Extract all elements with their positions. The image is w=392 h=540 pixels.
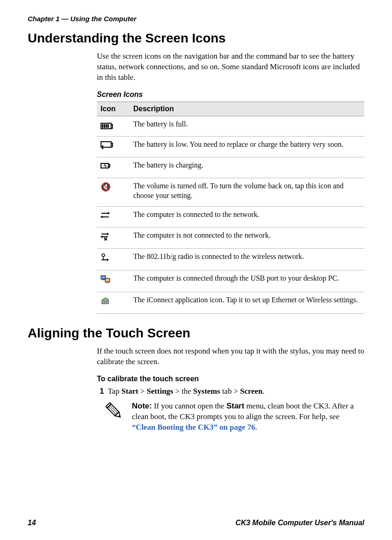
screen-icons-table: Icon Description The battery is full. Th… — [97, 102, 364, 314]
page-number: 14 — [28, 519, 36, 527]
iconnect-icon — [97, 292, 130, 313]
step-1: 1 Tap Start > Settings > the Systems tab… — [100, 386, 364, 397]
table-row: 🔇 The volume is turned off. To turn the … — [97, 178, 364, 207]
svg-marker-25 — [115, 412, 122, 420]
battery-full-icon — [97, 116, 130, 136]
battery-charging-icon — [97, 157, 130, 178]
table-row: The computer is not connected to the net… — [97, 227, 364, 249]
svg-marker-3 — [108, 212, 110, 215]
row-desc: The battery is low. You need to replace … — [130, 136, 364, 157]
table-row: The iConnect application icon. Tap it to… — [97, 292, 364, 313]
row-desc: The computer is connected to the network… — [130, 206, 364, 227]
row-desc: The iConnect application icon. Tap it to… — [130, 292, 364, 313]
table-row: The 802.11b/g radio is connected to the … — [97, 249, 364, 270]
volume-mute-icon: 🔇 — [97, 178, 130, 207]
note-text: Note: If you cannot open the Start menu,… — [132, 401, 364, 433]
table-row: The battery is full. — [97, 116, 364, 136]
note-pencil-icon — [97, 401, 125, 433]
screen-icons-table-title: Screen Icons — [97, 90, 364, 99]
section1-intro: Use the screen icons on the navigation b… — [97, 51, 364, 83]
table-row: The computer is connected through the US… — [97, 270, 364, 292]
row-desc: The battery is charging. — [130, 157, 364, 178]
svg-rect-21 — [103, 301, 107, 303]
manual-title-footer: CK3 Mobile Computer User's Manual — [236, 519, 364, 527]
col-header-icon: Icon — [97, 102, 130, 116]
section-title-aligning-touch-screen: Aligning the Touch Screen — [28, 326, 364, 341]
calibrate-subhead: To calibrate the touch screen — [97, 375, 364, 383]
battery-low-icon — [97, 136, 130, 157]
cross-reference-link[interactable]: “Clean Booting the CK3” on page 76 — [132, 423, 255, 432]
svg-rect-27 — [106, 403, 111, 408]
svg-marker-15 — [107, 258, 109, 261]
svg-rect-19 — [106, 282, 109, 283]
row-desc: The battery is full. — [130, 116, 364, 136]
svg-rect-1 — [108, 164, 110, 167]
row-desc: The computer is not connected to the net… — [130, 227, 364, 249]
table-row: The battery is charging. — [97, 157, 364, 178]
svg-point-12 — [102, 254, 105, 257]
section-title-understanding-icons: Understanding the Screen Icons — [28, 31, 364, 46]
step-number: 1 — [100, 387, 104, 396]
chapter-header: Chapter 1 — Using the Computer — [28, 15, 364, 23]
wifi-connected-icon — [97, 249, 130, 270]
svg-rect-18 — [105, 278, 110, 282]
section2-intro: If the touch screen does not respond whe… — [97, 346, 364, 367]
table-row: The computer is connected to the network… — [97, 206, 364, 227]
row-desc: The volume is turned off. To turn the vo… — [130, 178, 364, 207]
svg-marker-7 — [107, 233, 109, 235]
col-header-description: Description — [130, 102, 364, 116]
table-row: The battery is low. You need to replace … — [97, 136, 364, 157]
svg-marker-5 — [101, 216, 102, 218]
row-desc: The 802.11b/g radio is connected to the … — [130, 249, 364, 270]
usb-connected-icon — [97, 270, 130, 292]
svg-marker-9 — [101, 235, 102, 238]
network-connected-icon — [97, 206, 130, 227]
network-disconnected-icon — [97, 227, 130, 249]
svg-rect-17 — [102, 279, 105, 280]
row-desc: The computer is connected through the US… — [130, 270, 364, 292]
